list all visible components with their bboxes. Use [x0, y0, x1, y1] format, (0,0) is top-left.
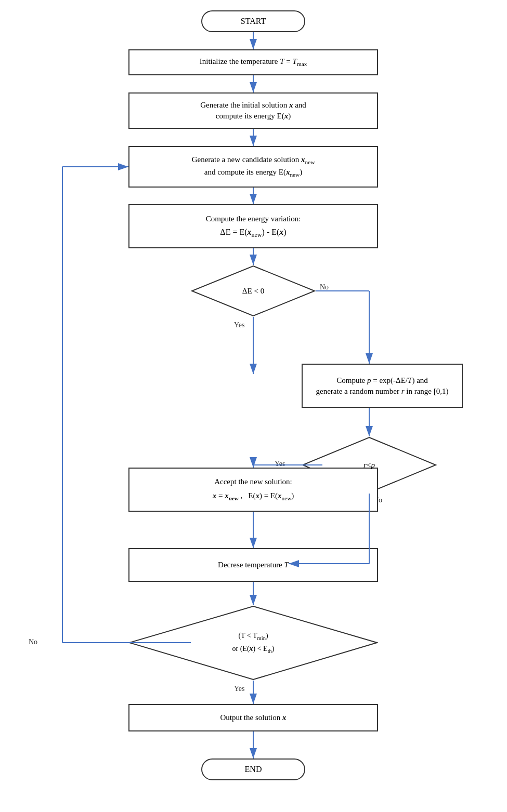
stop-label: (T < Tmin) or (E(x) < Eth)	[128, 605, 378, 681]
r-yes-label: Yes	[275, 460, 285, 468]
compute-energy-label1: Compute the energy variation:	[206, 214, 301, 224]
decrease-temp-label: Decrese temperature T	[218, 560, 289, 570]
accept-label1: Accept the new solution:	[214, 476, 292, 487]
delta-no-label: No	[320, 283, 329, 291]
start-node: START	[201, 10, 305, 32]
compute-energy-label2: ΔE = E(xnew) - E(x)	[220, 227, 286, 239]
flowchart-diagram: START Initialize the temperature T = Tma…	[0, 0, 507, 812]
delta-label: ΔE < 0	[191, 265, 316, 317]
delta-yes-label: Yes	[234, 321, 244, 329]
compute-p-node: Compute p = exp(-ΔE/T) and generate a ra…	[302, 364, 463, 408]
start-label: START	[241, 17, 266, 26]
r-label: r < p	[302, 436, 437, 494]
r-check-node: r < p	[302, 436, 437, 494]
r-diamond: r < p	[302, 436, 437, 494]
compute-p-label: Compute p = exp(-ΔE/T) and generate a ra…	[316, 375, 449, 397]
stop-check-node: (T < Tmin) or (E(x) < Eth)	[128, 605, 378, 681]
output-node: Output the solution x	[128, 704, 378, 731]
init-temp-node: Initialize the temperature T = Tmax	[128, 49, 378, 75]
stop-no-label: No	[29, 638, 37, 646]
gen-candidate-node: Generate a new candidate solution xnew a…	[128, 146, 378, 188]
init-temp-label: Initialize the temperature T = Tmax	[200, 56, 307, 69]
gen-initial-label: Generate the initial solution x andcompu…	[200, 100, 306, 122]
delta-diamond: ΔE < 0	[191, 265, 316, 317]
stop-diamond: (T < Tmin) or (E(x) < Eth)	[128, 605, 378, 681]
end-node: END	[201, 758, 305, 780]
delta-check-node: ΔE < 0	[191, 265, 316, 317]
end-label: END	[245, 765, 262, 774]
gen-candidate-label: Generate a new candidate solution xnew a…	[192, 154, 315, 179]
accept-label2: x = xnew , E(x) = E(xnew)	[213, 490, 294, 503]
output-label: Output the solution x	[220, 712, 286, 723]
decrease-temp-node: Decrese temperature T	[128, 548, 378, 582]
compute-energy-node: Compute the energy variation: ΔE = E(xne…	[128, 204, 378, 248]
stop-yes-label: Yes	[234, 685, 244, 693]
gen-initial-node: Generate the initial solution x andcompu…	[128, 92, 378, 129]
